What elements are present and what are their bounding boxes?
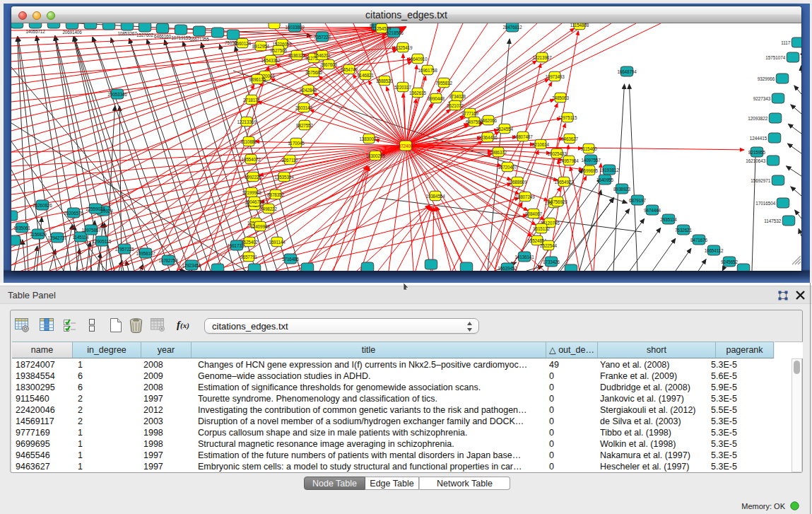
svg-text:10958107: 10958107 xyxy=(136,251,155,256)
svg-text:12975115: 12975115 xyxy=(558,115,577,120)
svg-text:6466160: 6466160 xyxy=(154,34,171,39)
svg-text:9245652: 9245652 xyxy=(721,259,738,264)
svg-text:7357224: 7357224 xyxy=(314,35,331,40)
svg-text:1110882: 1110882 xyxy=(241,139,257,144)
svg-text:12942737: 12942737 xyxy=(47,235,67,240)
svg-text:1147532: 1147532 xyxy=(764,218,782,223)
svg-text:20364436: 20364436 xyxy=(478,135,498,140)
svg-text:12213369: 12213369 xyxy=(237,119,257,124)
svg-text:11325419: 11325419 xyxy=(394,45,413,50)
svg-text:10973493: 10973493 xyxy=(545,74,565,79)
svg-text:28476812: 28476812 xyxy=(502,25,522,30)
svg-text:6879197: 6879197 xyxy=(629,198,646,203)
svg-text:2867608: 2867608 xyxy=(320,62,337,67)
svg-text:5716485: 5716485 xyxy=(282,257,299,262)
svg-text:1621072: 1621072 xyxy=(447,103,464,108)
svg-text:12923456: 12923456 xyxy=(182,263,201,268)
svg-text:1362615: 1362615 xyxy=(409,90,426,95)
svg-text:1527602: 1527602 xyxy=(136,33,153,37)
svg-text:18807249: 18807249 xyxy=(515,194,535,199)
svg-text:1145114: 1145114 xyxy=(73,235,89,240)
svg-text:8912954: 8912954 xyxy=(252,44,269,49)
svg-text:8938923: 8938923 xyxy=(613,187,630,192)
svg-text:1546201: 1546201 xyxy=(314,53,331,58)
svg-text:14957984: 14957984 xyxy=(559,158,579,163)
svg-text:8827552: 8827552 xyxy=(296,123,313,128)
svg-text:9896175: 9896175 xyxy=(249,77,266,82)
svg-text:10719155: 10719155 xyxy=(171,35,191,40)
svg-text:22559028: 22559028 xyxy=(86,206,105,211)
svg-text:1733426: 1733426 xyxy=(543,259,560,264)
svg-text:19756928: 19756928 xyxy=(548,199,567,204)
svg-text:11154808: 11154808 xyxy=(570,23,589,28)
svg-text:1615132: 1615132 xyxy=(533,226,550,231)
svg-text:1935061: 1935061 xyxy=(13,226,30,230)
svg-text:8186323: 8186323 xyxy=(288,53,305,58)
svg-text:16543362: 16543362 xyxy=(261,58,281,63)
svg-text:14136141: 14136141 xyxy=(514,255,534,259)
svg-text:19193812: 19193812 xyxy=(599,168,619,173)
svg-text:12199948: 12199948 xyxy=(242,190,261,195)
svg-text:9527506: 9527506 xyxy=(270,48,287,53)
svg-text:20691406: 20691406 xyxy=(62,30,82,35)
svg-text:5220317: 5220317 xyxy=(394,85,411,90)
svg-text:14055712: 14055712 xyxy=(25,29,45,34)
svg-text:10853267: 10853267 xyxy=(117,31,137,36)
svg-text:16210643: 16210643 xyxy=(746,158,766,163)
svg-text:1117: 1117 xyxy=(781,40,791,45)
svg-text:7625402: 7625402 xyxy=(241,240,258,245)
svg-text:9777169: 9777169 xyxy=(461,111,478,116)
svg-text:11254519: 11254519 xyxy=(372,26,392,31)
svg-text:18724007: 18724007 xyxy=(396,144,416,148)
svg-text:8215955: 8215955 xyxy=(748,150,765,155)
svg-text:10025433: 10025433 xyxy=(547,151,567,156)
svg-text:1156829: 1156829 xyxy=(30,232,47,237)
svg-text:8878352: 8878352 xyxy=(267,192,284,197)
svg-text:10807487: 10807487 xyxy=(513,134,533,139)
svg-text:1992225: 1992225 xyxy=(245,175,261,180)
svg-text:9734028: 9734028 xyxy=(449,94,466,99)
svg-text:15639452: 15639452 xyxy=(498,266,517,271)
svg-text:19554072: 19554072 xyxy=(241,157,261,162)
svg-text:17016504: 17016504 xyxy=(755,201,776,206)
svg-text:12905115: 12905115 xyxy=(93,239,112,244)
svg-text:8210614: 8210614 xyxy=(532,142,549,147)
svg-text:16640910: 16640910 xyxy=(408,57,428,62)
svg-text:12093822: 12093822 xyxy=(748,116,768,121)
svg-text:3675685: 3675685 xyxy=(305,70,322,75)
svg-text:5498222: 5498222 xyxy=(260,206,277,211)
svg-text:9463627: 9463627 xyxy=(561,136,578,141)
svg-text:7955812: 7955812 xyxy=(435,81,452,86)
svg-text:1170045: 1170045 xyxy=(288,141,305,146)
svg-text:16033809: 16033809 xyxy=(285,25,305,30)
svg-text:16671355: 16671355 xyxy=(189,37,209,42)
svg-text:7986372: 7986372 xyxy=(490,150,507,155)
svg-text:10975867: 10975867 xyxy=(81,228,101,233)
svg-text:13830027: 13830027 xyxy=(359,136,379,141)
svg-text:12213967: 12213967 xyxy=(532,55,552,60)
svg-text:20206576: 20206576 xyxy=(64,211,83,216)
svg-text:9329966: 9329966 xyxy=(758,76,775,81)
svg-text:8471676: 8471676 xyxy=(690,238,707,243)
svg-text:8660124: 8660124 xyxy=(234,41,251,46)
svg-text:12409948: 12409948 xyxy=(250,224,270,229)
svg-text:18300295: 18300295 xyxy=(365,153,385,158)
svg-text:1244415: 1244415 xyxy=(750,136,767,141)
svg-text:9146821: 9146821 xyxy=(357,73,374,78)
svg-text:3624554: 3624554 xyxy=(496,127,513,132)
svg-text:17957225: 17957225 xyxy=(114,247,134,252)
svg-text:16961758: 16961758 xyxy=(418,68,437,73)
svg-text:2935114: 2935114 xyxy=(660,217,677,222)
svg-text:19384554: 19384554 xyxy=(425,194,445,199)
svg-text:1691144: 1691144 xyxy=(269,240,286,245)
svg-text:15720407: 15720407 xyxy=(498,165,517,170)
svg-text:9699695: 9699695 xyxy=(581,168,598,173)
svg-text:9227343: 9227343 xyxy=(753,96,771,101)
svg-text:15692971: 15692971 xyxy=(751,178,771,183)
svg-text:1588520: 1588520 xyxy=(376,78,393,83)
svg-text:7485063: 7485063 xyxy=(552,95,569,100)
svg-text:14097557: 14097557 xyxy=(581,158,601,163)
svg-text:20053346: 20053346 xyxy=(107,92,127,97)
svg-text:2718176: 2718176 xyxy=(243,98,260,103)
svg-text:16648794: 16648794 xyxy=(617,69,637,74)
